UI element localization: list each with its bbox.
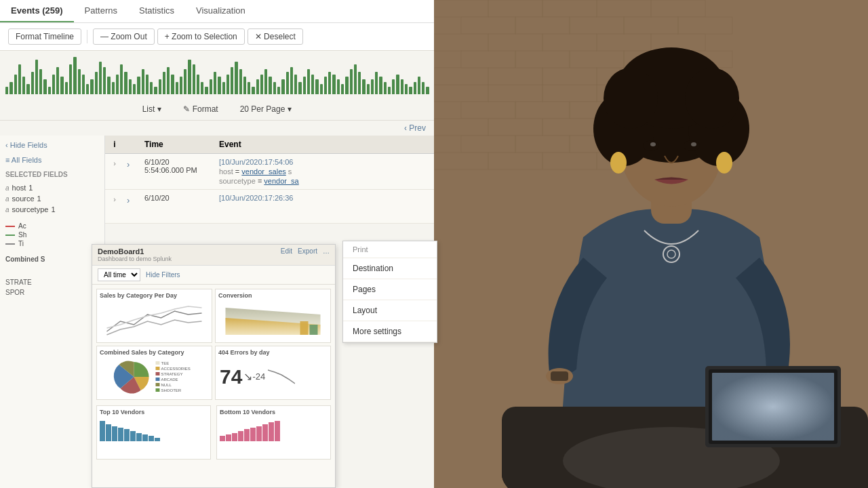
bottom-panel-title-2: Bottom 10 Vendors: [220, 409, 328, 415]
th-time[interactable]: Time: [140, 136, 215, 153]
hide-fields-button[interactable]: ‹ Hide Fields: [5, 141, 99, 149]
export-link[interactable]: Export: [298, 247, 317, 262]
histogram-bar: [48, 87, 51, 94]
histogram-bar: [5, 87, 8, 94]
zoom-to-selection-button[interactable]: + Zoom to Selection: [157, 28, 245, 45]
row-event-2: [10/Jun/2020:17:26:36: [215, 190, 434, 223]
dashboard-title: DemoBoard1: [98, 247, 172, 256]
bbar-5: [244, 429, 250, 441]
print-layout[interactable]: Layout: [343, 300, 437, 321]
svg-rect-9: [156, 372, 160, 375]
val-sourcetype[interactable]: vendor_sa: [264, 177, 298, 185]
dashboard-header: DemoBoard1 Dashboard to demo Splunk Edit…: [92, 245, 335, 266]
svg-rect-11: [156, 378, 160, 381]
tab-statistics[interactable]: Statistics: [128, 0, 185, 22]
th-info: i: [105, 136, 124, 153]
bbar-1: [220, 436, 225, 441]
list-button[interactable]: List ▾: [137, 102, 167, 116]
bignumber-chart: 74 ↘ -24: [218, 358, 328, 395]
arrow-down-icon: ↘: [243, 370, 252, 383]
legend-area: Ac Sh Ti: [5, 222, 99, 248]
histogram-bar: [341, 84, 344, 94]
histogram-bar: [388, 87, 391, 94]
legend-item-1: Ac: [5, 222, 99, 230]
panel-title-2: Conversion: [218, 292, 328, 299]
tab-visualization[interactable]: Visualization: [185, 0, 256, 22]
histogram-bar: [86, 84, 89, 94]
tab-events[interactable]: Events (259): [0, 0, 74, 22]
bar-4: [118, 428, 123, 441]
field-source[interactable]: a source 1: [5, 193, 99, 204]
row-event-1: [10/Jun/2020:17:54:06 host = vendor_sale…: [215, 154, 434, 189]
deselect-button[interactable]: ✕ Deselect: [248, 28, 303, 45]
svg-point-91: [684, 140, 700, 151]
histogram-bar: [328, 72, 331, 94]
bottom-panels: Top 10 Vendors Bottom 10 Vendors: [92, 404, 335, 464]
field-type-sourcetype: a: [5, 206, 9, 214]
histogram-bar: [298, 82, 301, 94]
field-host[interactable]: a host 1: [5, 182, 99, 193]
th-event[interactable]: Event: [215, 136, 434, 153]
bbar-6: [250, 428, 256, 441]
row-time-2: 6/10/20: [140, 190, 215, 223]
histogram-bar: [65, 82, 68, 94]
hide-filters-button[interactable]: Hide Filters: [146, 271, 180, 279]
row-expand-1[interactable]: ›: [124, 154, 140, 189]
print-pages[interactable]: Pages: [343, 279, 437, 300]
histogram-bar: [171, 75, 174, 94]
histogram-bar: [31, 72, 34, 94]
histogram-bar: [176, 82, 178, 94]
panel-title-4: 404 Errors by day: [218, 349, 328, 356]
histogram-bar: [409, 87, 412, 94]
print-more-settings[interactable]: More settings: [343, 321, 437, 342]
svg-text:NULL: NULL: [161, 383, 172, 387]
svg-rect-82: [551, 371, 568, 381]
svg-rect-13: [156, 383, 160, 386]
format-timeline-button[interactable]: Format Timeline: [8, 28, 81, 45]
legend-label-3: Ti: [18, 240, 24, 247]
val-host[interactable]: vendor_sales: [241, 167, 285, 176]
svg-text:SHOOTER: SHOOTER: [161, 388, 182, 392]
histogram-bar: [218, 77, 220, 94]
more-icon[interactable]: …: [323, 247, 330, 262]
tab-patterns[interactable]: Patterns: [74, 0, 128, 22]
field-name-host: host: [12, 184, 26, 192]
pie-chart: TEE ACCESSORIES STRATEGY ARCADE NULL SHO…: [100, 358, 209, 395]
svg-point-90: [643, 140, 659, 151]
histogram-bar: [60, 77, 63, 94]
format-button[interactable]: ✎ Format: [178, 102, 223, 116]
row-expand-2[interactable]: ›: [124, 190, 140, 223]
separator-1: [87, 30, 87, 43]
histogram-bar: [188, 60, 191, 94]
eq-1: =: [235, 167, 241, 176]
per-page-button[interactable]: 20 Per Page ▾: [235, 102, 298, 116]
svg-text:TEE: TEE: [161, 361, 170, 365]
histogram-bar: [311, 75, 314, 94]
histogram-bar: [180, 77, 182, 94]
histogram-bar: [290, 67, 293, 94]
event-line-1: [10/Jun/2020:17:54:06: [219, 158, 430, 166]
histogram-bar: [210, 79, 212, 94]
print-dropdown: Print Destination Pages Layout More sett…: [342, 241, 437, 343]
bbar-8: [262, 424, 268, 441]
timeline-toolbar: Format Timeline — Zoom Out + Zoom to Sel…: [0, 23, 434, 51]
results-toolbar: List ▾ ✎ Format 20 Per Page ▾: [0, 98, 434, 121]
all-fields-button[interactable]: ≡ All Fields: [5, 156, 99, 164]
time-range-select[interactable]: All time: [98, 268, 140, 281]
histogram-bar: [350, 69, 353, 94]
print-destination[interactable]: Destination: [343, 258, 437, 279]
histogram-bar: [107, 77, 110, 94]
photo-panel: [434, 0, 868, 488]
histogram-bar: [345, 77, 348, 94]
histogram-bar: [239, 69, 242, 94]
bar-3: [112, 426, 117, 441]
legend-item-2: Sh: [5, 230, 99, 239]
edit-link[interactable]: Edit: [281, 247, 292, 262]
svg-text:ARCADE: ARCADE: [161, 378, 178, 382]
zoom-out-button[interactable]: — Zoom Out: [93, 28, 155, 45]
prev-button[interactable]: ‹ Prev: [404, 123, 426, 133]
bbar-9: [269, 422, 274, 441]
histogram-bar: [95, 72, 98, 94]
panel-combined-sales: Combined Sales by Category TEE ACCESSORI…: [96, 346, 212, 400]
field-sourcetype[interactable]: a sourcetype 1: [5, 204, 99, 215]
